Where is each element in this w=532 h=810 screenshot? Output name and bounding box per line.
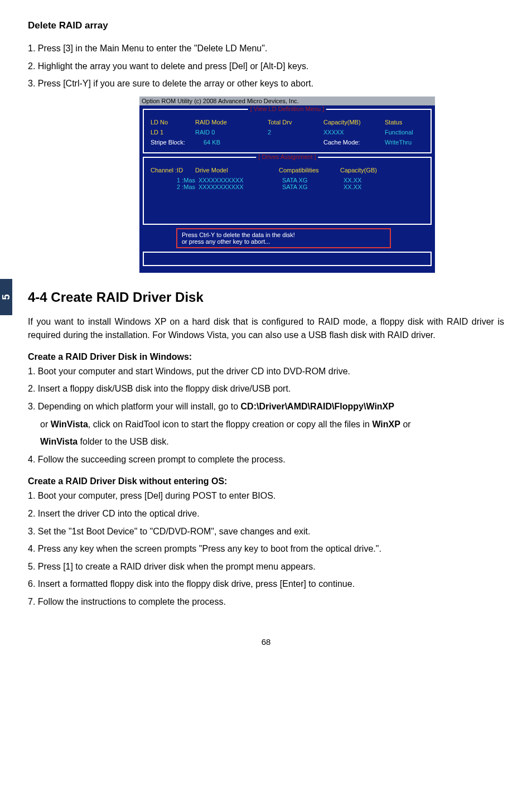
cell-value: XX.XX [344,177,394,184]
bios-screenshot: Option ROM Utility (c) 2008 Advanced Mic… [139,97,435,273]
section-title-delete-raid: Delete RAID array [28,20,504,31]
alert-line: or press any other key to abort... [182,238,385,245]
text-fragment: , click on RaidTool icon to start the fl… [88,420,373,429]
cell-value: XXXXXXXXXXX [199,184,282,190]
cell-value: SATA XG [282,177,344,184]
cell-value: XX.XX [344,184,394,190]
text-fragment: or [40,420,51,429]
col-header: Status [385,119,424,126]
section-title-create-driver-disk: 4-4 Create RAID Driver Disk [28,290,504,305]
step-text: 1. Press [3] in the Main Menu to enter t… [28,41,504,56]
subsection-title-windows: Create a RAID Driver Disk in Windows: [28,352,504,362]
bios-alert-box: Press Ctrl-Y to delete the data in the d… [176,228,391,248]
col-header: Capacity(GB) [340,167,390,173]
step-text: 3. Press [Ctrl-Y] if you are sure to del… [28,76,504,91]
bios-panel-drives: [ Drives Assignment ] Channel :ID Drive … [143,157,432,225]
bold-path: CD:\Driver\AMD\RAID\Floppy\WinXP [241,402,394,411]
col-header: Total Drv [268,119,323,126]
col-header: Drive Model [195,167,279,173]
cell-value: 2 :Mas [151,184,199,190]
step-text: 5. Press [1] to create a RAID driver dis… [28,560,504,574]
step-text: 6. Insert a formatted floppy disk into t… [28,577,504,591]
panel-title: [ View LD Definition Menu ] [248,105,326,112]
step-text: 3. Depending on which platform your will… [28,399,504,414]
step-text: 1. Boot your computer, press [Del] durin… [28,489,504,503]
cell-value: 2 [268,129,323,136]
col-header: RAID Mode [195,119,268,126]
cell-label: Cache Mode: [323,139,385,146]
cell-value: XXXXXXXXXXX [199,177,282,184]
cell-label: Stripe Block: [151,139,204,146]
step-text: 2. Insert a floppy disk/USB disk into th… [28,382,504,396]
chapter-number: 5 [0,294,12,300]
text-fragment: 3. Depending on which platform your will… [28,402,241,411]
step-text-continued: WinVista folder to the USB disk. [40,435,504,449]
cell-value: WriteThru [385,139,412,146]
chapter-tab: 5 [0,279,12,315]
cell-value: Functional [385,129,424,136]
step-text: 1. Boot your computer and start Windows,… [28,364,504,379]
col-header: LD No [151,119,195,126]
step-text-continued: or WinVista, click on RaidTool icon to s… [40,417,504,432]
cell-value: RAID 0 [195,129,268,136]
step-text: 3. Set the "1st Boot Device" to "CD/DVD-… [28,524,504,539]
bios-panel-view-ld: [ View LD Definition Menu ] LD No RAID M… [143,109,432,153]
step-text: 4. Press any key when the screen prompts… [28,542,504,556]
step-text: 2. Highlight the array you want to delet… [28,59,504,74]
bold-text: WinVista [40,437,78,446]
col-header: Capacity(MB) [323,119,385,126]
subsection-title-no-os: Create a RAID Driver Disk without enteri… [28,476,504,486]
col-header: Channel :ID [151,167,195,173]
alert-line: Press Ctrl-Y to delete the data in the d… [182,232,385,238]
bold-text: WinVista [51,420,88,429]
cell-value: SATA XG [282,184,344,190]
step-text: 4. Follow the succeeding screen prompt t… [28,452,504,467]
bios-caption: Option ROM Utility (c) 2008 Advanced Mic… [139,97,435,105]
cell-value: 64 KB [204,139,323,146]
cell-value: XXXXX [323,129,385,136]
col-header: Compatibilities [279,167,340,173]
bios-panel-empty [143,252,432,266]
cell-value: LD 1 [151,129,195,136]
step-text: 7. Follow the instructions to complete t… [28,595,504,609]
page-number: 68 [28,637,504,647]
text-fragment: or [400,420,411,429]
intro-paragraph: If you want to install Windows XP on a h… [28,315,504,342]
text-fragment: folder to the USB disk. [78,437,169,446]
panel-title: [ Drives Assignment ] [256,153,318,160]
cell-value: 1 :Mas [151,177,199,184]
bold-text: WinXP [372,420,400,429]
step-text: 2. Insert the driver CD into the optical… [28,507,504,521]
